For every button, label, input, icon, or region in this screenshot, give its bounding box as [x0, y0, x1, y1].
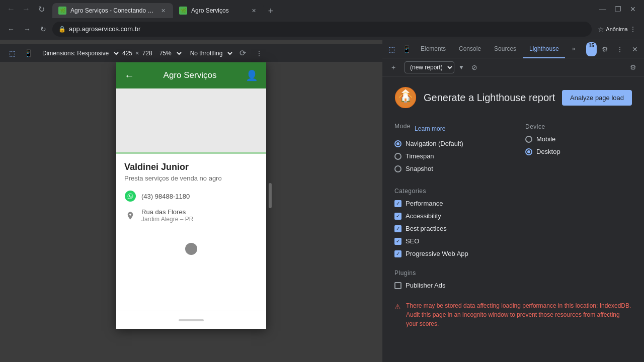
category-best-practices[interactable]: ✓ Best practices — [394, 225, 632, 232]
scroll-bar — [269, 183, 272, 208]
plugin-publisher-ads[interactable]: Publisher Ads — [394, 282, 632, 289]
category-accessibility[interactable]: ✓ Accessibility — [394, 212, 632, 220]
clear-report-btn[interactable]: ⊘ — [468, 61, 480, 73]
devtools-tab-bar: ⬚ 📱 Elements Console Sources Lighthouse … — [382, 40, 644, 58]
tab-sources[interactable]: Sources — [488, 40, 522, 58]
address-reload-btn[interactable]: ↻ — [36, 22, 50, 36]
mode-navigation[interactable]: Navigation (Default) — [394, 140, 501, 147]
device-desktop[interactable]: Desktop — [525, 148, 632, 155]
categories-label: Categories — [394, 188, 632, 195]
report-arrow: ▼ — [458, 64, 464, 71]
report-selector[interactable]: (new report) — [405, 61, 454, 73]
lock-icon: 🔒 — [58, 26, 66, 33]
height-value: 728 — [142, 50, 152, 57]
mode-snapshot[interactable]: Snapshot — [394, 165, 501, 172]
categories-section: Categories ✓ Performance ✓ Accessibility… — [394, 188, 632, 257]
analyze-button[interactable]: Analyze page load — [562, 90, 632, 106]
category-performance[interactable]: ✓ Performance — [394, 200, 632, 207]
publisher-ads-checkbox[interactable] — [394, 282, 401, 289]
tab-2-close[interactable]: ✕ — [250, 7, 258, 15]
app-back-button[interactable]: ← — [124, 70, 134, 81]
mode-label: Mode — [394, 123, 411, 130]
mobile-preview-column: ⬚ 📱 Dimensions: Responsive 425 × 728 75%… — [0, 40, 382, 362]
mode-timespan[interactable]: Timespan — [394, 152, 501, 160]
size-separator: × — [135, 49, 139, 57]
tab-elements[interactable]: Elements — [415, 40, 452, 58]
mode-column: Mode Learn more Navigation (Default) Tim… — [394, 123, 501, 177]
maximize-button[interactable]: ❐ — [611, 2, 625, 16]
more-btn[interactable]: ⋮ — [252, 46, 266, 60]
app-user-icon[interactable]: 👤 — [246, 69, 258, 81]
radio-inner-desktop — [527, 150, 530, 153]
tab-more[interactable]: » — [566, 40, 582, 58]
close-window-button[interactable]: ✕ — [626, 2, 640, 16]
tab-2-favicon: 🌿 — [179, 7, 187, 15]
profile-image-bar — [116, 152, 266, 154]
address-input-area[interactable]: 🔒 app.agroservicos.com.br — [52, 22, 592, 37]
devtools-more-btn[interactable]: ⋮ — [613, 42, 627, 56]
mode-snapshot-radio[interactable] — [394, 165, 401, 172]
tab-console[interactable]: Console — [453, 40, 487, 58]
devtools-right-icons: 15 ⚙ ⋮ ✕ — [586, 42, 642, 56]
device-mobile-radio[interactable] — [525, 136, 532, 143]
whatsapp-icon — [124, 190, 136, 202]
address-bar: ← → ↻ 🔒 app.agroservicos.com.br ☆ Anônim… — [0, 18, 644, 40]
zoom-selector[interactable]: 75% — [154, 47, 183, 59]
radio-inner — [396, 142, 399, 145]
browser-controls-left: ← → ↻ — [4, 2, 48, 16]
tab-1[interactable]: 🌿 Agro Serviços - Conectando Pr... ✕ — [52, 3, 173, 18]
scroll-handle[interactable] — [267, 62, 273, 329]
tab-lighthouse[interactable]: Lighthouse — [523, 40, 565, 58]
a11y-checkbox[interactable]: ✓ — [394, 213, 401, 220]
category-pwa[interactable]: ✓ Progressive Web App — [394, 250, 632, 257]
lighthouse-header: 🏠 Generate a Lighthouse report Analyze p… — [394, 86, 632, 109]
title-bar: ← → ↻ 🌿 Agro Serviços - Conectando Pr...… — [0, 0, 644, 18]
forward-button[interactable]: → — [19, 2, 33, 16]
phone-contact-item[interactable]: (43) 98488-1180 — [124, 190, 258, 202]
address-contact-item[interactable]: Rua das Flores Jardim Alegre – PR — [124, 208, 258, 223]
pwa-checkbox[interactable]: ✓ — [394, 250, 401, 257]
minimize-button[interactable]: — — [596, 2, 610, 16]
learn-more-link[interactable]: Learn more — [415, 125, 445, 132]
element-inspector-btn[interactable]: ⬚ — [384, 42, 398, 56]
reload-button[interactable]: ↻ — [34, 2, 48, 16]
mode-timespan-radio[interactable] — [394, 153, 401, 160]
location-icon — [124, 210, 136, 222]
lighthouse-settings-btn[interactable]: ⚙ — [626, 60, 640, 74]
device-desktop-radio[interactable] — [525, 148, 532, 155]
perf-checkbox[interactable]: ✓ — [394, 200, 401, 207]
lighthouse-title: Generate a Lighthouse report — [424, 92, 555, 104]
device-mobile[interactable]: Mobile — [525, 135, 632, 143]
phone-frame: ← Agro Serviços 👤 Valdinei Junior Presta… — [116, 62, 266, 329]
element-picker-btn[interactable]: ⬚ — [5, 46, 19, 60]
address-forward-btn[interactable]: → — [20, 22, 34, 36]
loading-indicator — [185, 243, 197, 255]
throttling-selector[interactable]: No throttling — [185, 47, 234, 59]
rotate-btn[interactable]: ⟳ — [236, 46, 250, 60]
content-area: ⬚ 📱 Dimensions: Responsive 425 × 728 75%… — [0, 40, 644, 362]
tab-1-close[interactable]: ✕ — [159, 7, 167, 15]
console-badge: 15 — [586, 42, 597, 56]
seo-checkbox[interactable]: ✓ — [394, 238, 401, 245]
lighthouse-content: 🏠 Generate a Lighthouse report Analyze p… — [382, 76, 644, 362]
profile-description: Presta serviços de venda no agro — [124, 174, 258, 182]
devtools-settings-btn[interactable]: ⚙ — [598, 42, 612, 56]
dimensions-selector[interactable]: Dimensions: Responsive — [37, 47, 120, 59]
profile-content[interactable]: Valdinei Junior Presta serviços de venda… — [116, 154, 266, 311]
device-toggle-btn[interactable]: 📱 — [21, 46, 35, 60]
device-emulation-btn[interactable]: 📱 — [399, 42, 414, 56]
new-tab-button[interactable]: + — [264, 4, 278, 18]
address-back-btn[interactable]: ← — [4, 22, 18, 36]
mode-navigation-radio[interactable] — [394, 140, 401, 147]
category-seo[interactable]: ✓ SEO — [394, 237, 632, 245]
bp-checkbox[interactable]: ✓ — [394, 225, 401, 232]
profile-button[interactable]: Anônima — [610, 22, 624, 36]
back-button[interactable]: ← — [4, 2, 18, 16]
more-options-button[interactable]: ⋮ — [626, 22, 640, 36]
devtools-close-btn[interactable]: ✕ — [628, 42, 642, 56]
tab-2-title: Agro Serviços — [191, 7, 246, 14]
add-report-btn[interactable]: + — [386, 60, 400, 74]
phone-number: (43) 98488-1180 — [141, 193, 190, 200]
tab-2[interactable]: 🌿 Agro Serviços ✕ — [173, 3, 264, 18]
phone-bottom-bar — [116, 311, 266, 329]
